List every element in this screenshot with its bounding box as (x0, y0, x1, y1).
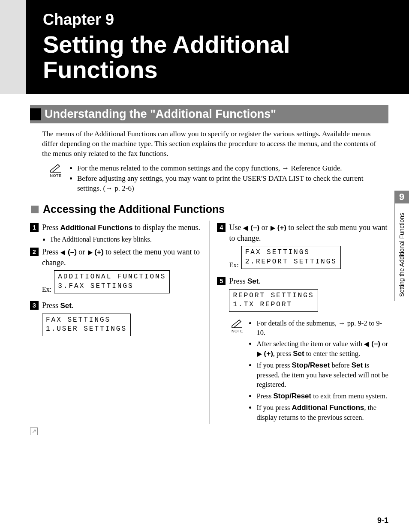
left-arrow-icon (364, 342, 369, 347)
step-number-badge: 3 (30, 301, 39, 310)
step-body: Use (–) or (+) to select the sub menu yo… (229, 222, 388, 243)
subsection-square-icon (31, 206, 39, 213)
plus-key: (+) (277, 224, 286, 232)
bold-key-name: Stop/Reset (273, 392, 311, 400)
minus-key: (–) (250, 224, 259, 232)
corner-arrow-icon: ↗ (30, 427, 38, 435)
page-content: Understanding the "Additional Functions"… (30, 105, 388, 424)
chapter-label: Chapter 9 (43, 11, 409, 29)
note-item: If you press Stop/Reset before Set is pr… (256, 361, 388, 389)
bold-key-name: Set (293, 350, 304, 358)
page-number: 9-1 (377, 516, 388, 525)
minus-key: (–) (371, 340, 380, 348)
step-body: Press (–) or (+) to select the menu you … (42, 247, 201, 268)
step-5: 5 Press Set. (217, 276, 388, 287)
step-4: 4 Use (–) or (+) to select the sub menu … (217, 222, 388, 243)
lcd-line: 1.TX REPORT (233, 301, 292, 308)
step-number-badge: 2 (30, 248, 39, 256)
heading-square-icon (30, 108, 41, 120)
pencil-note-icon (49, 163, 62, 173)
step-body: Press Additional Functions to display th… (42, 222, 200, 233)
note-label: NOTE (46, 173, 65, 178)
two-column-layout: 1 Press Additional Functions to display … (30, 221, 388, 424)
lcd-line: FAX SETTINGS (245, 248, 310, 256)
left-margin-bar (0, 0, 26, 94)
step-number-badge: 5 (217, 277, 226, 285)
step-text: to select the menu you want to change. (42, 248, 200, 267)
right-arrow-icon (88, 250, 93, 255)
tab-chapter-number: 9 (394, 191, 409, 203)
lcd-line: ADDITIONAL FUNCTIONS (58, 273, 166, 281)
note-text: to enter the setting. (304, 350, 361, 358)
subsection-heading: Accessing the Additional Functions (31, 203, 388, 215)
lcd-example: Ex: ADDITIONAL FUNCTIONS 3.FAX SETTINGS (42, 270, 201, 293)
note-item: If you press Additional Functions, the d… (256, 403, 388, 422)
note-label: NOTE (229, 329, 245, 333)
right-arrow-icon (257, 352, 262, 357)
lcd-display: FAX SETTINGS 2.REPORT SETTINGS (241, 246, 341, 269)
example-label: Ex: (42, 286, 51, 293)
chapter-title: Setting the Additional Functions (43, 32, 409, 83)
plus-key: (+) (94, 248, 103, 256)
step-text: to display the menus. (133, 223, 200, 232)
note-item: For details of the submenus, → pp. 9-2 t… (256, 319, 388, 338)
step-text: or (259, 223, 270, 232)
lcd-line: 1.USER SETTINGS (46, 325, 127, 333)
chapter-header: Chapter 9 Setting the Additional Functio… (26, 0, 409, 94)
note-icon-column: NOTE (229, 319, 245, 424)
bold-key-name: Stop/Reset (292, 361, 330, 369)
step-body: Press Set. (229, 276, 260, 287)
note-text: to exit from menu system. (311, 392, 387, 400)
step-text: or (77, 248, 87, 256)
step-5-note-list: For details of the submenus, → pp. 9-2 t… (249, 319, 388, 424)
lcd-example: REPORT SETTINGS 1.TX REPORT (229, 289, 388, 312)
lcd-display: FAX SETTINGS 1.USER SETTINGS (42, 314, 131, 336)
step-sublist-item: The Additional Functions key blinks. (50, 236, 201, 243)
lcd-example: FAX SETTINGS 1.USER SETTINGS (42, 314, 201, 336)
step-text: Use (229, 223, 243, 232)
left-arrow-icon (60, 250, 65, 255)
step-text: Press (42, 223, 60, 232)
bold-key-name: Additional Functions (60, 224, 133, 232)
note-text: If you press (256, 361, 292, 369)
tab-chapter-title: Setting the Additional Functions (395, 203, 409, 301)
lcd-line: FAX SETTINGS (46, 316, 111, 324)
note-text: If you press (256, 403, 292, 412)
note-text: After selecting the item or value with (256, 340, 364, 348)
bold-key-name: Additional Functions (292, 403, 364, 412)
intro-note-item: For the menus related to the common sett… (77, 163, 376, 173)
lcd-example: Ex: FAX SETTINGS 2.REPORT SETTINGS (229, 246, 388, 269)
left-column: 1 Press Additional Functions to display … (30, 221, 201, 424)
right-column: 4 Use (–) or (+) to select the sub menu … (217, 221, 388, 424)
intro-paragraph: The menus of the Additional Functions ca… (42, 129, 376, 159)
section-heading: Understanding the "Additional Functions" (30, 105, 388, 123)
lcd-line: 3.FAX SETTINGS (58, 282, 133, 290)
step-text: Press (42, 248, 60, 256)
note-text: Press (256, 392, 273, 400)
intro-note-item: Before adjusting any settings, you may w… (77, 173, 376, 194)
subsection-title: Accessing the Additional Functions (43, 203, 225, 215)
intro-note: NOTE For the menus related to the common… (46, 163, 376, 194)
lcd-display: REPORT SETTINGS 1.TX REPORT (229, 289, 318, 312)
pencil-note-icon (231, 319, 244, 328)
lcd-display: ADDITIONAL FUNCTIONS 3.FAX SETTINGS (54, 270, 170, 293)
side-tab: 9 Setting the Additional Functions (394, 191, 409, 301)
step-text: Press (229, 277, 247, 285)
column-divider (209, 221, 210, 424)
bold-key-name: Set (352, 361, 363, 369)
note-item: Press Stop/Reset to exit from menu syste… (256, 392, 388, 401)
step-1-sublist: The Additional Functions key blinks. (42, 236, 201, 243)
step-text: Press (42, 301, 60, 310)
bold-key-name: Set (247, 277, 259, 285)
step-number-badge: 4 (217, 223, 226, 232)
example-label: Ex: (229, 261, 238, 269)
lcd-line: REPORT SETTINGS (233, 292, 314, 299)
step-text: . (72, 301, 74, 310)
note-text: , press (273, 350, 293, 358)
right-arrow-icon (271, 226, 275, 231)
left-arrow-icon (243, 226, 248, 231)
note-icon-column: NOTE (46, 163, 65, 194)
plus-key: (+) (264, 350, 273, 358)
lcd-line: 2.REPORT SETTINGS (245, 258, 337, 266)
step-2: 2 Press (–) or (+) to select the menu yo… (30, 247, 201, 268)
